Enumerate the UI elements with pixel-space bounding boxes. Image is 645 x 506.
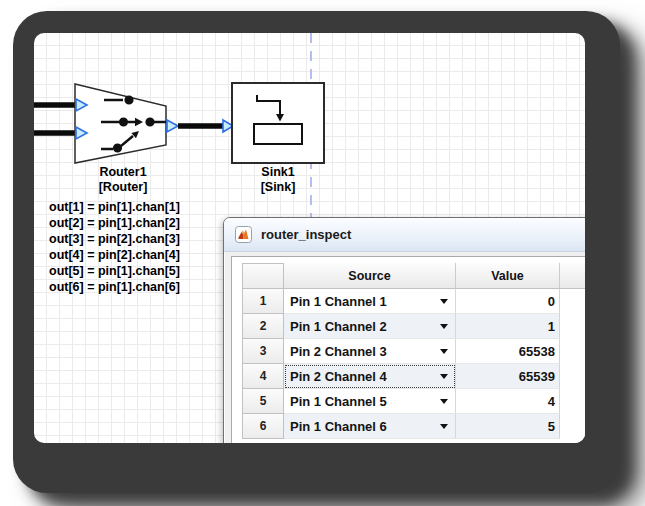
- annotation-line: out[4] = pin[2].chan[4]: [49, 247, 180, 263]
- block-type: [Sink]: [261, 180, 296, 195]
- value-cell[interactable]: 65539: [456, 364, 560, 389]
- output-port-icon: [167, 120, 178, 132]
- dropdown-arrow-icon[interactable]: [440, 399, 448, 404]
- dropdown-arrow-icon[interactable]: [440, 349, 448, 354]
- column-header-source: Source: [284, 263, 456, 289]
- dropdown-arrow-icon[interactable]: [440, 299, 448, 304]
- matlab-icon: [235, 226, 252, 243]
- simulink-canvas[interactable]: Router1 [Router] Sink1 [Sink] out[1] = p…: [34, 33, 585, 443]
- dialog-title: router_inspect: [261, 227, 351, 242]
- router-inspect-dialog: router_inspect Source Value 1 Pin 1 Chan…: [223, 217, 585, 443]
- row-number[interactable]: 3: [242, 338, 284, 364]
- value-cell[interactable]: 5: [456, 414, 560, 439]
- column-header-value: Value: [456, 263, 560, 289]
- dialog-titlebar[interactable]: router_inspect: [224, 218, 585, 252]
- router-block-label: Router1 [Router]: [99, 165, 148, 195]
- annotation-line: out[3] = pin[2].chan[3]: [49, 231, 180, 247]
- column-header-extra: [560, 263, 585, 289]
- value-cell[interactable]: 1: [456, 314, 560, 339]
- source-cell[interactable]: Pin 1 Channel 1: [284, 289, 456, 314]
- source-cell[interactable]: Pin 1 Channel 6: [284, 414, 456, 439]
- source-cell-focused[interactable]: Pin 2 Channel 4: [284, 364, 456, 389]
- value-cell[interactable]: 4: [456, 389, 560, 414]
- sink-block[interactable]: [232, 83, 324, 163]
- dropdown-arrow-icon[interactable]: [440, 424, 448, 429]
- routing-annotation: out[1] = pin[1].chan[1] out[2] = pin[1].…: [49, 199, 180, 295]
- row-number[interactable]: 5: [242, 388, 284, 414]
- annotation-line: out[2] = pin[1].chan[2]: [49, 215, 180, 231]
- value-cell[interactable]: 65538: [456, 339, 560, 364]
- block-name: Router1: [99, 165, 148, 180]
- row-number[interactable]: 6: [242, 413, 284, 439]
- dropdown-arrow-icon[interactable]: [440, 324, 448, 329]
- row-number[interactable]: 1: [242, 288, 284, 314]
- source-cell[interactable]: Pin 1 Channel 2: [284, 314, 456, 339]
- router-block[interactable]: [75, 84, 178, 163]
- screenshot-frame: Router1 [Router] Sink1 [Sink] out[1] = p…: [13, 11, 620, 493]
- block-type: [Router]: [99, 180, 148, 195]
- source-cell[interactable]: Pin 2 Channel 3: [284, 339, 456, 364]
- row-number-header: [242, 263, 284, 289]
- table-panel: Source Value 1 Pin 1 Channel 1 0 2: [231, 256, 585, 443]
- annotation-line: out[1] = pin[1].chan[1]: [49, 199, 180, 215]
- source-value-table: Source Value 1 Pin 1 Channel 1 0 2: [242, 263, 585, 439]
- dropdown-arrow-icon[interactable]: [440, 374, 448, 379]
- row-number[interactable]: 4: [242, 363, 284, 389]
- row-number[interactable]: 2: [242, 313, 284, 339]
- block-name: Sink1: [261, 165, 296, 180]
- annotation-line: out[6] = pin[1].chan[6]: [49, 279, 180, 295]
- screenshot-stage: Router1 [Router] Sink1 [Sink] out[1] = p…: [0, 0, 645, 506]
- sink-block-label: Sink1 [Sink]: [261, 165, 296, 195]
- value-cell[interactable]: 0: [456, 289, 560, 314]
- source-cell[interactable]: Pin 1 Channel 5: [284, 389, 456, 414]
- annotation-line: out[5] = pin[1].chan[5]: [49, 263, 180, 279]
